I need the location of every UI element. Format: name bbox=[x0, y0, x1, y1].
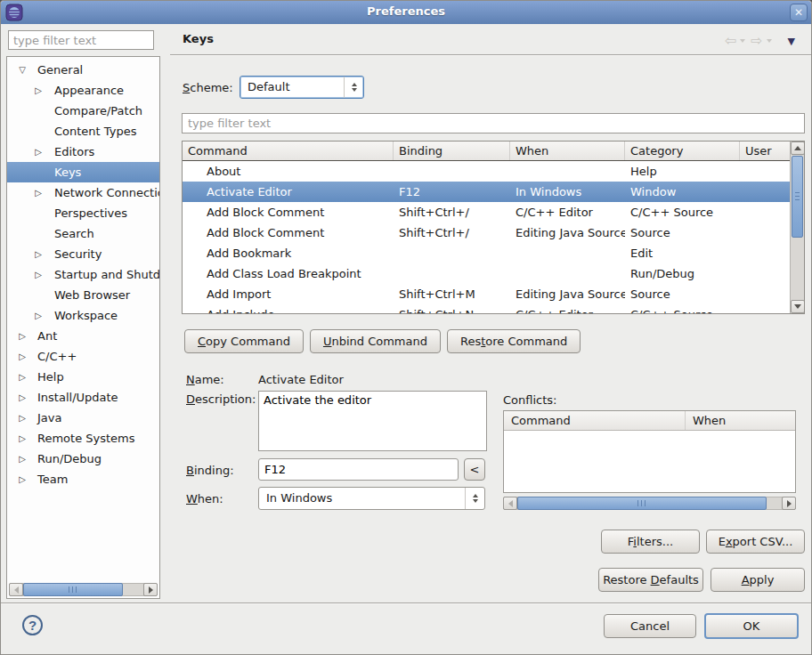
column-header-category[interactable]: Category bbox=[625, 142, 740, 160]
description-textarea[interactable]: Activate the editor bbox=[258, 391, 487, 451]
scheme-select[interactable]: Default bbox=[240, 76, 364, 99]
tree-item-search[interactable]: Search bbox=[7, 223, 159, 244]
view-menu-icon[interactable]: ▼ bbox=[788, 36, 795, 47]
conflicts-table: Command When bbox=[503, 410, 796, 493]
tree-item-label: Run/Debug bbox=[37, 449, 102, 469]
scroll-right-icon[interactable] bbox=[782, 497, 796, 510]
tree-item-keys[interactable]: Keys bbox=[7, 162, 159, 182]
binding-back-button[interactable]: < bbox=[464, 458, 485, 481]
tree-item-workspace[interactable]: ▷Workspace bbox=[7, 305, 159, 326]
table-body: AboutHelpActivate EditorF12In WindowsWin… bbox=[183, 161, 804, 314]
column-header-when[interactable]: When bbox=[510, 142, 625, 160]
tree-item-general[interactable]: ▽General bbox=[7, 60, 159, 80]
apply-button[interactable]: Apply bbox=[710, 568, 805, 592]
back-menu-icon[interactable] bbox=[740, 39, 745, 43]
expand-icon[interactable]: ▷ bbox=[16, 367, 28, 387]
help-icon[interactable]: ? bbox=[22, 615, 43, 635]
expand-icon[interactable]: ▷ bbox=[32, 142, 45, 162]
combo-spinner-icon bbox=[344, 77, 363, 98]
tree-item-perspectives[interactable]: Perspectives bbox=[7, 203, 159, 223]
restore-defaults-button[interactable]: Restore Defaults bbox=[598, 568, 703, 592]
scroll-left-icon[interactable] bbox=[9, 583, 23, 596]
table-row[interactable]: Activate EditorF12In WindowsWindow bbox=[183, 182, 804, 202]
conflicts-column-command[interactable]: Command bbox=[504, 411, 686, 430]
table-row[interactable]: Add ImportShift+Ctrl+MEditing Java Sourc… bbox=[183, 284, 804, 304]
expand-icon[interactable]: ▷ bbox=[16, 387, 28, 408]
tree-item-help[interactable]: ▷Help bbox=[7, 367, 159, 387]
tree-item-team[interactable]: ▷Team bbox=[7, 469, 159, 489]
export-csv-button[interactable]: Export CSV... bbox=[706, 530, 805, 554]
tree-item-java[interactable]: ▷Java bbox=[7, 408, 159, 428]
table-row[interactable]: Add Class Load BreakpointRun/Debug bbox=[183, 263, 804, 284]
tree-item-label: Ant bbox=[37, 326, 57, 346]
tree-item-remote-systems[interactable]: ▷Remote Systems bbox=[7, 428, 159, 449]
tree-item-label: Search bbox=[54, 223, 94, 244]
collapse-icon[interactable]: ▽ bbox=[16, 60, 28, 80]
ok-button[interactable]: OK bbox=[704, 613, 799, 639]
scroll-right-icon[interactable] bbox=[143, 583, 158, 596]
expand-icon[interactable]: ▷ bbox=[16, 408, 28, 428]
expand-icon[interactable]: ▷ bbox=[16, 346, 28, 367]
key-filter-input[interactable] bbox=[182, 113, 805, 133]
tree-item-run-debug[interactable]: ▷Run/Debug bbox=[7, 449, 159, 469]
expand-icon[interactable]: ▷ bbox=[32, 305, 45, 326]
conflicts-column-when[interactable]: When bbox=[686, 411, 795, 430]
cell-user bbox=[740, 284, 790, 304]
cell-when bbox=[510, 243, 625, 263]
tree-horizontal-scrollbar[interactable] bbox=[9, 583, 158, 596]
expand-icon[interactable]: ▷ bbox=[32, 182, 45, 203]
cancel-button[interactable]: Cancel bbox=[604, 614, 696, 638]
scrollbar-thumb[interactable] bbox=[517, 497, 767, 510]
bottom-separator bbox=[1, 602, 811, 604]
forward-menu-icon[interactable] bbox=[767, 39, 772, 43]
binding-input[interactable] bbox=[258, 458, 459, 481]
column-header-command[interactable]: Command bbox=[183, 142, 394, 160]
tree-item-startup-and-shutdo[interactable]: ▷Startup and Shutdo bbox=[7, 264, 159, 285]
tree-item-compare-patch[interactable]: Compare/Patch bbox=[7, 101, 159, 121]
table-row[interactable]: AboutHelp bbox=[183, 161, 804, 182]
scroll-left-icon[interactable] bbox=[503, 497, 517, 510]
cell-binding bbox=[394, 263, 510, 284]
cell-binding: Shift+Ctrl+/ bbox=[394, 202, 510, 222]
tree-item-content-types[interactable]: Content Types bbox=[7, 121, 159, 142]
scroll-down-icon[interactable] bbox=[791, 300, 805, 313]
table-row[interactable]: Add IncludeShift+Ctrl+NC/C++ EditorC/C++… bbox=[183, 304, 804, 314]
restore-command-button[interactable]: Restore Command bbox=[447, 329, 581, 353]
expand-icon[interactable]: ▷ bbox=[16, 469, 28, 489]
expand-icon[interactable]: ▷ bbox=[16, 449, 28, 469]
tree-item-network-connectio[interactable]: ▷Network Connectio bbox=[7, 182, 159, 203]
table-row[interactable]: Add BookmarkEdit bbox=[183, 243, 804, 263]
scrollbar-thumb[interactable] bbox=[23, 583, 123, 596]
table-vertical-scrollbar[interactable] bbox=[790, 142, 804, 313]
back-icon[interactable]: ⇦ bbox=[725, 33, 736, 49]
tree-item-appearance[interactable]: ▷Appearance bbox=[7, 80, 159, 101]
tree-item-c-c[interactable]: ▷C/C++ bbox=[7, 346, 159, 367]
table-row[interactable]: Add Block CommentShift+Ctrl+/Editing Jav… bbox=[183, 222, 804, 243]
tree-item-label: Content Types bbox=[54, 121, 136, 142]
copy-command-button[interactable]: Copy Command bbox=[184, 329, 304, 353]
expand-icon[interactable]: ▷ bbox=[32, 80, 45, 101]
scrollbar-thumb[interactable] bbox=[792, 156, 803, 238]
forward-icon[interactable]: ⇨ bbox=[751, 33, 762, 49]
tree-item-security[interactable]: ▷Security bbox=[7, 244, 159, 264]
unbind-command-button[interactable]: Unbind Command bbox=[310, 329, 441, 353]
expand-icon[interactable]: ▷ bbox=[16, 428, 28, 449]
column-header-user[interactable]: User bbox=[740, 142, 790, 160]
tree-item-web-browser[interactable]: Web Browser bbox=[7, 285, 159, 305]
sidebar-filter-input[interactable] bbox=[8, 30, 154, 50]
table-row[interactable]: Add Block CommentShift+Ctrl+/C/C++ Edito… bbox=[183, 202, 804, 222]
titlebar[interactable]: Preferences ✕ bbox=[1, 1, 811, 24]
when-select[interactable]: In Windows bbox=[258, 487, 485, 510]
column-header-binding[interactable]: Binding bbox=[394, 142, 510, 160]
tree-item-editors[interactable]: ▷Editors bbox=[7, 142, 159, 162]
expand-icon[interactable]: ▷ bbox=[32, 244, 45, 264]
filters-button[interactable]: Filters... bbox=[601, 530, 700, 554]
expand-icon[interactable]: ▷ bbox=[16, 326, 28, 346]
expand-icon[interactable]: ▷ bbox=[32, 264, 45, 285]
close-icon[interactable]: ✕ bbox=[790, 4, 808, 21]
conflicts-horizontal-scrollbar[interactable] bbox=[503, 497, 796, 510]
scroll-up-icon[interactable] bbox=[791, 142, 805, 155]
cell-command: Add Block Comment bbox=[183, 202, 394, 222]
tree-item-install-update[interactable]: ▷Install/Update bbox=[7, 387, 159, 408]
tree-item-ant[interactable]: ▷Ant bbox=[7, 326, 159, 346]
